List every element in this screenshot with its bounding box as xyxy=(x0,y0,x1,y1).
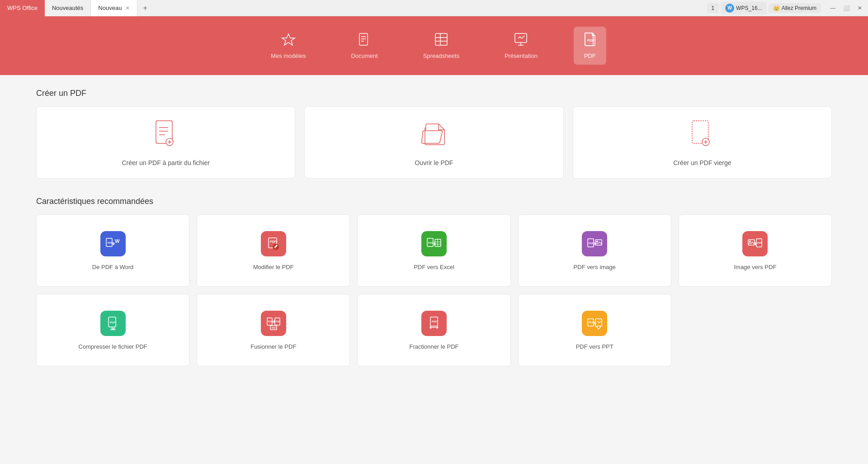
svg-text:W: W xyxy=(115,238,120,244)
titlebar: WPS Office Nouveautés Nouveau ✕ + 1 W WP… xyxy=(0,0,868,16)
svg-text:PDF: PDF xyxy=(108,241,113,244)
feature-pdf-to-ppt-label: PDF vers PPT xyxy=(576,343,613,350)
blank-pdf-icon xyxy=(689,118,716,152)
merge-pdf-icon: PDF PDF PDF xyxy=(261,311,286,336)
presentation-icon xyxy=(514,32,528,49)
svg-text:PDF: PDF xyxy=(428,241,434,244)
create-from-file-icon xyxy=(152,118,179,152)
tab-nouveau-label: Nouveau xyxy=(98,5,122,11)
feature-pdf-to-word[interactable]: PDF W De PDF à Word xyxy=(36,214,189,287)
main-content: Créer un PDF Créer un PDF à partir du fi… xyxy=(0,75,868,464)
titlebar-right: 1 W WPS_16... 👑 Allez Premium — ⬜ ✕ xyxy=(707,2,868,14)
compress-pdf-icon: PDF xyxy=(100,311,126,336)
crown-icon: 👑 xyxy=(773,5,780,11)
split-pdf-icon: PDF xyxy=(421,311,447,336)
nav-pdf-label: PDF xyxy=(584,52,596,59)
svg-text:PDF: PDF xyxy=(757,241,763,244)
star-icon xyxy=(281,32,296,49)
image-to-pdf-icon: PDF xyxy=(742,231,768,256)
svg-rect-42 xyxy=(595,240,602,245)
card-from-file-label: Créer un PDF à partir du fichier xyxy=(122,159,210,166)
feature-edit-pdf-label: Modifier le PDF xyxy=(253,264,294,270)
svg-text:PDF: PDF xyxy=(272,327,276,329)
feature-merge-pdf-label: Fusionner le PDF xyxy=(250,343,296,350)
feature-compress-pdf[interactable]: PDF Compresser le fichier PDF xyxy=(36,294,189,366)
features-section-title: Caractéristiques recommandées xyxy=(36,197,832,206)
feature-merge-pdf[interactable]: PDF PDF PDF Fusionner le PDF xyxy=(197,294,350,366)
nav-presentation[interactable]: Présentation xyxy=(495,27,547,65)
svg-rect-5 xyxy=(435,33,447,45)
tab-nouveautes[interactable]: Nouveautés xyxy=(45,0,91,16)
card-blank-pdf-label: Créer un PDF vierge xyxy=(673,159,731,166)
minimize-button[interactable]: — xyxy=(826,2,839,14)
nav-spreadsheets-label: Spreadsheets xyxy=(423,52,459,59)
add-tab-button[interactable]: + xyxy=(137,4,152,12)
create-cards-row: Créer un PDF à partir du fichier Ouvrir … xyxy=(36,106,832,179)
svg-text:PDF: PDF xyxy=(268,320,273,323)
tab-nouveautes-label: Nouveautés xyxy=(52,5,83,11)
svg-text:PDF: PDF xyxy=(432,320,437,323)
svg-point-43 xyxy=(596,241,598,242)
feature-compress-pdf-label: Compresser le fichier PDF xyxy=(78,343,147,350)
svg-marker-0 xyxy=(282,34,295,45)
svg-text:PDF: PDF xyxy=(110,321,115,324)
svg-line-67 xyxy=(596,327,599,329)
premium-button[interactable]: 👑 Allez Premium xyxy=(769,3,821,13)
card-blank-pdf[interactable]: Créer un PDF vierge xyxy=(573,106,832,179)
create-section-title: Créer un PDF xyxy=(36,89,832,98)
feature-pdf-to-excel-label: PDF vers Excel xyxy=(414,264,454,270)
svg-text:PDF: PDF xyxy=(270,240,277,243)
svg-point-46 xyxy=(749,241,751,242)
tab-wps-label: WPS Office xyxy=(7,5,38,11)
document-icon xyxy=(357,32,372,49)
nav-pdf[interactable]: PDF PDF xyxy=(574,27,606,65)
svg-rect-1 xyxy=(359,33,368,45)
pdf-to-word-icon: PDF W xyxy=(100,231,126,256)
svg-line-68 xyxy=(599,327,601,329)
feature-edit-pdf[interactable]: PDF Modifier le PDF xyxy=(197,214,350,287)
feature-split-pdf-label: Fractionner le PDF xyxy=(409,343,458,350)
close-button[interactable]: ✕ xyxy=(854,2,866,14)
feature-pdf-to-image-label: PDF vers image xyxy=(574,264,616,270)
feature-pdf-to-ppt[interactable]: PDF PDF vers PPT xyxy=(518,294,671,366)
spreadsheets-icon xyxy=(434,32,448,49)
feature-pdf-to-word-label: De PDF à Word xyxy=(92,264,134,270)
nav-presentation-label: Présentation xyxy=(505,52,538,59)
premium-label: Allez Premium xyxy=(782,5,816,11)
pdf-icon: PDF xyxy=(583,32,597,49)
tab-nouveau[interactable]: Nouveau ✕ xyxy=(91,0,137,16)
edit-pdf-icon: PDF xyxy=(261,231,286,256)
tab-wps[interactable]: WPS Office xyxy=(0,0,45,16)
user-label: WPS_16... xyxy=(736,5,762,11)
nav-document[interactable]: Document xyxy=(342,27,387,65)
close-tab-icon[interactable]: ✕ xyxy=(125,5,130,11)
feature-image-to-pdf[interactable]: PDF Image vers PDF xyxy=(679,214,832,287)
feature-pdf-to-excel[interactable]: PDF PDF vers Excel xyxy=(357,214,510,287)
nav-document-label: Document xyxy=(351,52,377,59)
card-open-pdf[interactable]: Ouvrir le PDF xyxy=(304,106,563,179)
counter-value: 1 xyxy=(712,5,715,11)
pdf-to-excel-icon: PDF xyxy=(421,231,447,256)
svg-text:PDF: PDF xyxy=(276,320,280,323)
svg-text:PDF: PDF xyxy=(589,321,594,324)
feature-split-pdf[interactable]: PDF Fractionner le PDF xyxy=(357,294,510,366)
svg-rect-45 xyxy=(748,240,755,245)
nav-mes-modeles-label: Mes modèles xyxy=(271,52,306,59)
svg-text:PDF: PDF xyxy=(587,38,594,43)
card-open-pdf-label: Ouvrir le PDF xyxy=(415,159,453,166)
pdf-to-image-icon: PDF xyxy=(582,231,607,256)
maximize-button[interactable]: ⬜ xyxy=(840,2,853,14)
user-button[interactable]: W WPS_16... xyxy=(721,2,766,14)
counter-button[interactable]: 1 xyxy=(707,3,719,13)
top-navigation: Mes modèles Document Spreadsheets xyxy=(0,16,868,75)
pdf-to-ppt-icon: PDF xyxy=(582,311,607,336)
feature-pdf-to-image[interactable]: PDF PDF vers image xyxy=(518,214,671,287)
features-grid: PDF W De PDF à Word PDF Modifier le PD xyxy=(36,214,832,366)
open-pdf-icon xyxy=(420,118,448,152)
nav-mes-modeles[interactable]: Mes modèles xyxy=(262,27,315,65)
svg-text:PDF: PDF xyxy=(589,242,594,245)
card-create-from-file[interactable]: Créer un PDF à partir du fichier xyxy=(36,106,295,179)
user-avatar: W xyxy=(725,4,734,13)
nav-spreadsheets[interactable]: Spreadsheets xyxy=(414,27,468,65)
window-controls: — ⬜ ✕ xyxy=(826,2,866,14)
